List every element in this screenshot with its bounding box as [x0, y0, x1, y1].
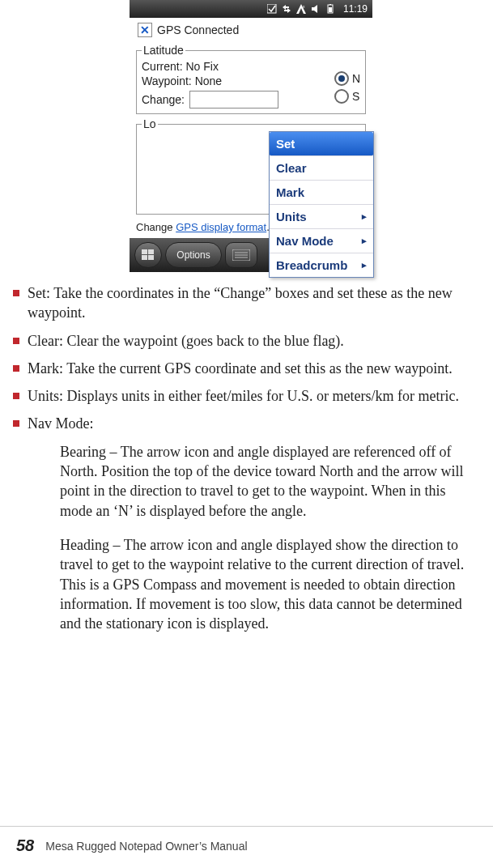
device-screenshot: x 11:19 ✕ GPS Connected Latitude Current… — [130, 0, 372, 272]
svg-rect-3 — [329, 4, 331, 5]
svg-rect-5 — [142, 249, 147, 254]
svg-text:x: x — [303, 4, 305, 9]
check-icon — [267, 4, 277, 14]
bullet-icon — [13, 338, 19, 344]
gps-connected-checkbox[interactable]: ✕ — [138, 23, 152, 37]
bullet-icon — [13, 420, 19, 427]
start-button[interactable] — [134, 242, 162, 268]
waypoint-label: Waypoint: — [142, 74, 192, 87]
battery-icon — [325, 4, 335, 14]
menu-item-set[interactable]: Set — [270, 132, 373, 156]
waypoint-value: None — [195, 74, 222, 87]
submenu-arrow-icon: ▸ — [362, 211, 367, 222]
latitude-legend: Latitude — [142, 44, 185, 57]
menu-item-units[interactable]: Units▸ — [270, 205, 373, 229]
menu-item-mark[interactable]: Mark — [270, 181, 373, 205]
sub-bearing: Bearing – The arrow icon and angle displ… — [60, 442, 477, 521]
status-time: 11:19 — [343, 3, 368, 15]
gps-connected-label: GPS Connected — [157, 23, 239, 36]
radio-s[interactable]: S — [334, 89, 360, 104]
svg-rect-8 — [148, 255, 154, 260]
context-menu: Set Clear Mark Units▸ Nav Mode▸ Breadcru… — [269, 131, 374, 278]
bullet-set: Set: Take the coordinates in the “Change… — [13, 283, 485, 323]
submenu-arrow-icon: ▸ — [362, 236, 367, 246]
radio-n[interactable]: N — [334, 71, 360, 86]
sub-heading: Heading – The arrow icon and angle displ… — [60, 535, 477, 633]
footer-title: Mesa Rugged Notepad Owner’s Manual — [45, 840, 247, 853]
manual-text: Set: Take the coordinates in the “Change… — [0, 272, 493, 633]
submenu-arrow-icon: ▸ — [362, 260, 367, 270]
current-label: Current: — [142, 60, 183, 73]
page-number: 58 — [16, 836, 34, 855]
menu-item-clear[interactable]: Clear — [270, 156, 373, 181]
keyboard-button[interactable] — [225, 242, 257, 268]
format-link[interactable]: GPS display format — [176, 221, 266, 233]
bullet-icon — [13, 365, 19, 372]
bullet-icon — [13, 393, 19, 399]
longitude-legend: Lo — [142, 117, 158, 130]
svg-rect-4 — [329, 7, 332, 12]
menu-item-navmode[interactable]: Nav Mode▸ — [270, 229, 373, 253]
page-footer: 58 Mesa Rugged Notepad Owner’s Manual — [0, 826, 493, 855]
signal-icon: x — [296, 4, 306, 14]
svg-rect-6 — [148, 249, 154, 254]
svg-rect-7 — [142, 255, 147, 260]
bullet-navmode: Nav Mode: — [13, 414, 485, 433]
status-bar: x 11:19 — [130, 0, 372, 18]
speaker-icon — [311, 4, 321, 14]
change-label: Change: — [142, 93, 185, 106]
bullet-mark: Mark: Take the current GPS coordinate an… — [13, 359, 485, 378]
options-button[interactable]: Options — [165, 242, 222, 268]
menu-item-breadcrumb[interactable]: Breadcrumb▸ — [270, 253, 373, 277]
change-input[interactable] — [189, 91, 278, 108]
current-value: No Fix — [185, 60, 218, 73]
bullet-units: Units: Displays units in either feet/mil… — [13, 386, 485, 406]
sync-icon — [282, 4, 291, 14]
bullet-clear: Clear: Clear the waypoint (goes back to … — [13, 331, 485, 351]
latitude-group: Latitude Current: No Fix Waypoint: None … — [136, 44, 366, 114]
bullet-icon — [13, 290, 19, 296]
